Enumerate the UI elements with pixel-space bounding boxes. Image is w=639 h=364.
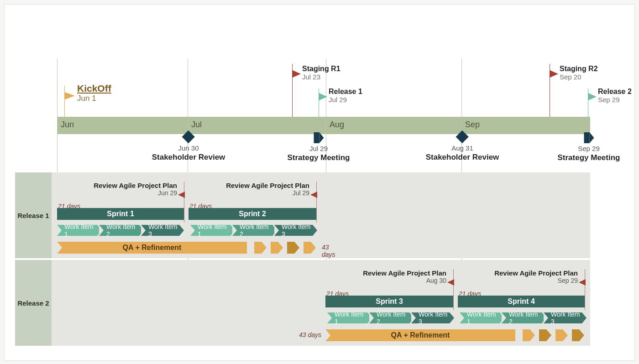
chevron-icon bbox=[584, 132, 593, 143]
month-aug: Aug bbox=[330, 120, 344, 130]
work-item-3[interactable]: Work Item 3 bbox=[274, 225, 313, 236]
work-item-3[interactable]: Work Item 3 bbox=[544, 312, 582, 323]
flag-kickoff-title: KickOff bbox=[77, 83, 111, 94]
flag-release-1-title: Release 1 bbox=[329, 88, 362, 96]
sprint-3-bar[interactable]: Sprint 3 bbox=[325, 296, 453, 307]
work-item-2[interactable]: Work Item 2 bbox=[232, 225, 272, 236]
timeline-canvas: Jun Jul Aug Sep KickOff Jun 1 Staging R1… bbox=[4, 4, 635, 361]
qa-release-2-duration: 43 days bbox=[299, 331, 321, 338]
work-item-3[interactable]: Work Item 3 bbox=[141, 225, 179, 236]
flag-release-1-date: Jul 29 bbox=[329, 96, 362, 104]
flag-left-icon bbox=[310, 192, 317, 198]
flag-left-icon bbox=[178, 192, 185, 198]
work-item-1[interactable]: Work Item 1 bbox=[327, 312, 367, 323]
sprint-2-bar[interactable]: Sprint 2 bbox=[189, 208, 316, 220]
qa-release-2[interactable]: 43 days QA + Refinement bbox=[325, 329, 594, 341]
lane-release-1: Release 1 Review Agile Project Plan Jun … bbox=[15, 172, 590, 258]
milestone-strategy-meeting-1[interactable]: Jul 29 Strategy Meeting bbox=[288, 132, 350, 162]
diamond-icon bbox=[182, 130, 195, 143]
flag-kickoff[interactable]: KickOff Jun 1 bbox=[64, 86, 65, 117]
review-sprint-3[interactable]: Review Agile Project Plan Aug 30 bbox=[357, 269, 446, 284]
lane-body-release-2: Review Agile Project Plan Aug 30 21 days… bbox=[52, 260, 590, 346]
work-item-3[interactable]: Work Item 3 bbox=[411, 312, 450, 323]
flag-staging-r1-title: Staging R1 bbox=[302, 65, 340, 73]
review-sprint-2[interactable]: Review Agile Project Plan Jul 29 bbox=[220, 182, 309, 197]
flag-staging-r2-title: Staging R2 bbox=[560, 65, 598, 73]
month-jul: Jul bbox=[191, 120, 202, 130]
qa-release-1[interactable]: QA + Refinement 43 days bbox=[57, 242, 325, 254]
work-item-2[interactable]: Work Item 2 bbox=[99, 225, 139, 236]
flag-staging-r2[interactable]: Staging R2 Sep 20 bbox=[550, 64, 550, 117]
work-item-1[interactable]: Work Item 1 bbox=[190, 225, 230, 236]
month-sep: Sep bbox=[465, 120, 480, 130]
diamond-icon bbox=[456, 130, 469, 143]
lane-head-release-1: Release 1 bbox=[15, 172, 52, 258]
sprint-4-items: Work Item 1 Work Item 2 Work Item 3 bbox=[460, 312, 587, 323]
work-item-1[interactable]: Work Item 1 bbox=[460, 312, 500, 323]
review-sprint-4[interactable]: Review Agile Project Plan Sep 29 bbox=[489, 269, 578, 284]
milestone-stakeholder-review-2[interactable]: Aug 31 Stakeholder Review bbox=[426, 132, 499, 162]
flag-staging-r1-date: Jul 23 bbox=[302, 73, 340, 81]
review-sprint-1[interactable]: Review Agile Project Plan Jun 29 bbox=[88, 182, 177, 197]
flag-staging-r2-date: Sep 20 bbox=[560, 73, 598, 81]
chevron-icon bbox=[314, 132, 323, 143]
flag-release-2-date: Sep 29 bbox=[598, 96, 632, 104]
lane-head-release-2: Release 2 bbox=[15, 260, 52, 346]
qa-release-1-duration: 43 days bbox=[322, 244, 335, 258]
month-jun: Jun bbox=[61, 120, 74, 130]
flag-left-icon bbox=[579, 279, 586, 286]
flag-release-2[interactable]: Release 2 Sep 29 bbox=[588, 88, 588, 117]
sprint-1-items: Work Item 1 Work Item 2 Work Item 3 bbox=[57, 225, 184, 236]
lane-release-2: Release 2 Review Agile Project Plan Aug … bbox=[15, 260, 590, 346]
sprint-3-items: Work Item 1 Work Item 2 Work Item 3 bbox=[327, 312, 455, 323]
flag-left-icon bbox=[447, 279, 454, 286]
work-item-2[interactable]: Work Item 2 bbox=[369, 312, 409, 323]
flag-release-1[interactable]: Release 1 Jul 29 bbox=[319, 88, 319, 117]
milestone-strategy-meeting-2[interactable]: Sep 29 Strategy Meeting bbox=[558, 132, 620, 162]
work-item-1[interactable]: Work Item 1 bbox=[57, 225, 97, 236]
sprint-1-bar[interactable]: Sprint 1 bbox=[57, 208, 184, 220]
flag-staging-r1[interactable]: Staging R1 Jul 23 bbox=[292, 64, 293, 117]
milestone-stakeholder-review-1[interactable]: Jun 30 Stakeholder Review bbox=[152, 132, 225, 162]
flag-kickoff-date: Jun 1 bbox=[77, 94, 111, 103]
lane-body-release-1: Review Agile Project Plan Jun 29 21 days… bbox=[52, 172, 590, 258]
work-item-2[interactable]: Work Item 2 bbox=[502, 312, 542, 323]
flag-release-2-title: Release 2 bbox=[598, 88, 632, 96]
month-axis: Jun Jul Aug Sep bbox=[57, 117, 590, 134]
sprint-2-items: Work Item 1 Work Item 2 Work Item 3 bbox=[190, 225, 318, 236]
sprint-4-bar[interactable]: Sprint 4 bbox=[458, 296, 585, 307]
